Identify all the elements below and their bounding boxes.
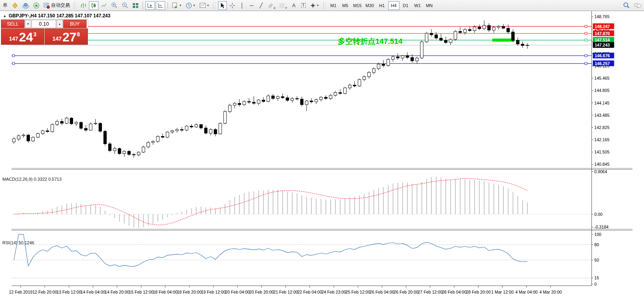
line-handle[interactable] (585, 54, 587, 57)
timeframe-h1-button[interactable]: H1 (377, 1, 388, 10)
time-axis-label: 18 Feb 04:00 (153, 290, 178, 294)
buy-button[interactable]: BUY (63, 20, 87, 28)
candle-body (488, 25, 490, 30)
volume-increase-button[interactable]: ▲ (56, 20, 63, 28)
trendline-tool-button[interactable]: ╱ (257, 1, 266, 10)
price-axis-tick: 145.465 (594, 76, 609, 80)
candle-body (171, 131, 173, 132)
timeframe-mn-button[interactable]: MN (424, 1, 435, 10)
new-chart-button[interactable]: ▼ (170, 1, 183, 10)
chat-button[interactable] (632, 1, 643, 10)
buy-price-integer: 147 (53, 36, 62, 42)
time-axis-label: 15 Feb 12:00 (129, 290, 154, 294)
time-axis-label: 20 Feb 20:00 (249, 290, 274, 294)
community-icon[interactable] (21, 1, 31, 10)
chart-annotation-text[interactable]: 多空转折点147.514 (338, 36, 403, 47)
chart-canvas[interactable]: 148.765148.105147.445146.785146.125145.4… (0, 11, 644, 307)
line-handle[interactable] (585, 39, 587, 41)
candle-body (305, 101, 308, 105)
candle-body (507, 28, 510, 32)
time-axis-label: 27 Feb 12:00 (418, 290, 443, 294)
line-handle[interactable] (585, 25, 587, 28)
horizontal-line-tool-button[interactable]: ─ (247, 1, 256, 10)
fibonacci-tool-button[interactable]: F (278, 1, 288, 10)
candle-body (257, 100, 260, 103)
signals-icon[interactable] (32, 1, 41, 10)
candle-body (190, 126, 193, 127)
line-handle[interactable] (585, 32, 587, 35)
candle-body (300, 99, 303, 105)
cursor-tool-button[interactable] (218, 1, 227, 10)
toolbar-gripper (323, 2, 326, 9)
timeframe-m30-button[interactable]: M30 (364, 1, 375, 10)
sell-button[interactable]: SELL (1, 20, 24, 28)
line-handle[interactable] (12, 62, 15, 65)
candle-body (411, 58, 414, 61)
timeframe-m5-button[interactable]: M5 (340, 1, 351, 10)
time-axis-label: 12 Feb 20:00 (32, 290, 57, 294)
timeframe-w1-button[interactable]: W1 (412, 1, 423, 10)
timeframe-h4-button[interactable]: H4 (388, 1, 399, 10)
bar-chart-mode-button[interactable] (79, 1, 88, 10)
price-tag-148.247: 148.247 (595, 24, 610, 29)
trade-panel-prices: 147 24 3 147 27 8 (1, 28, 88, 45)
buy-price-main: 27 (62, 31, 77, 43)
new-order-button[interactable]: 单 (1, 1, 9, 10)
search-button[interactable] (621, 1, 631, 10)
rsi-axis-tick: 15 (594, 275, 599, 280)
buy-price-display[interactable]: 147 27 8 (45, 28, 88, 45)
profile-icon[interactable] (10, 1, 20, 10)
rsi-axis-tick: 0 (594, 282, 597, 286)
templates-button[interactable]: ▼ (198, 1, 211, 10)
candle-body (310, 101, 313, 102)
candle-body (463, 30, 466, 33)
candle-body (161, 136, 164, 137)
text-label-tool-button[interactable]: T (299, 1, 308, 10)
timeframe-d1-button[interactable]: D1 (400, 1, 411, 10)
candle-body (516, 40, 519, 44)
crosshair-tool-button[interactable] (228, 1, 237, 10)
auto-scroll-icon (147, 2, 153, 9)
candle-body (118, 148, 121, 154)
vertical-line-tool-button[interactable]: │ (238, 1, 247, 10)
expander-triangle-icon[interactable]: ▲ (3, 14, 6, 18)
candle-body (12, 139, 15, 142)
auto-scroll-button[interactable] (145, 1, 155, 10)
line-handle[interactable] (12, 54, 15, 57)
volume-decrease-button[interactable]: ▼ (25, 20, 31, 28)
candle-body (358, 79, 361, 86)
candle-body (209, 129, 212, 133)
sell-price-display[interactable]: 147 24 3 (1, 28, 44, 45)
periods-button[interactable]: ▼ (184, 1, 197, 10)
text-tool-button[interactable]: A (290, 1, 298, 10)
arrows-tool-button[interactable]: ▼ (309, 1, 321, 10)
candle-body (315, 99, 318, 102)
candle-body (324, 97, 327, 98)
volume-input[interactable] (32, 20, 56, 28)
candle-body (166, 132, 169, 137)
signals-wave-icon (33, 2, 40, 9)
timeframe-m1-button[interactable]: M1 (328, 1, 339, 10)
tile-windows-button[interactable] (131, 1, 140, 10)
candle-body (75, 122, 77, 124)
line-handle[interactable] (585, 62, 587, 65)
candle-body (228, 105, 231, 112)
chart-shift-button[interactable] (156, 1, 165, 10)
candle-body (200, 125, 202, 128)
line-chart-mode-button[interactable] (99, 1, 109, 10)
candle-body (286, 98, 289, 101)
price-axis-tick: 142.165 (594, 137, 609, 142)
zoom-out-button[interactable] (120, 1, 130, 10)
timeframe-m15-button[interactable]: M15 (352, 1, 363, 10)
zoom-in-button[interactable] (109, 1, 119, 10)
candle-body (80, 122, 83, 128)
candle-body (473, 27, 476, 30)
trade-panel-controls: SELL ▼ ▲ BUY (1, 20, 88, 28)
candlestick-mode-button[interactable] (89, 1, 98, 10)
price-axis-tick: 141.505 (594, 150, 609, 154)
autotrading-button[interactable]: 自动交易 (42, 1, 72, 10)
sell-price-main: 24 (19, 31, 33, 43)
line-chart-icon (101, 2, 107, 9)
time-axis-label: 22 Feb 04:00 (298, 290, 322, 294)
channel-tool-button[interactable]: E (266, 1, 277, 10)
